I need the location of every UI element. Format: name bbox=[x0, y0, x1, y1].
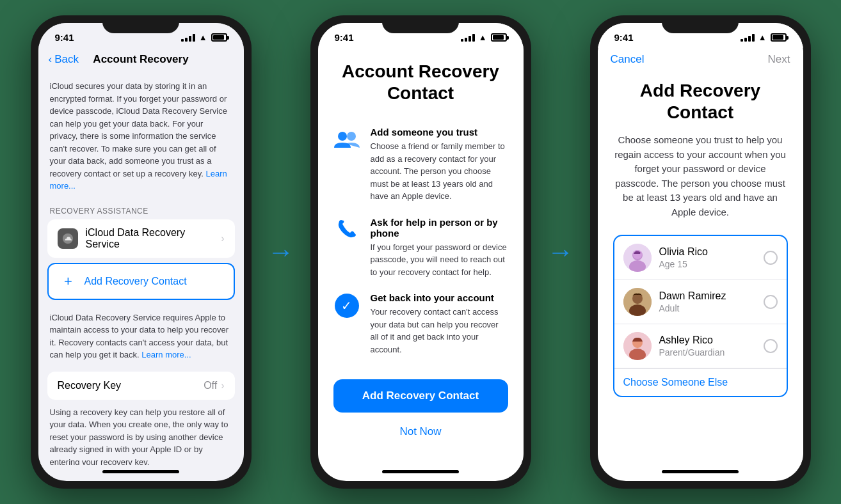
p3-description: Choose someone you trust to help you reg… bbox=[613, 133, 788, 219]
back-button-1[interactable]: ‹ Back bbox=[49, 53, 79, 66]
home-bar-3 bbox=[662, 470, 739, 473]
battery-icon-2 bbox=[491, 33, 507, 42]
contacts-list: Olivia Rico Age 15 bbox=[613, 235, 788, 397]
wifi-icon-1: ▲ bbox=[199, 33, 207, 42]
icloud-icon bbox=[58, 228, 78, 249]
contact-detail-ashley: Parent/Guardian bbox=[659, 347, 764, 358]
phones-container: 9:41 ▲ ‹ Back Account Recovery bbox=[0, 0, 841, 504]
contact-name-olivia: Olivia Rico bbox=[659, 246, 764, 258]
icloud-recovery-item[interactable]: iCloud Data Recovery Service › bbox=[47, 219, 235, 258]
contact-item-olivia[interactable]: Olivia Rico Age 15 bbox=[614, 236, 787, 280]
contact-info-ashley: Ashley Rico Parent/Guardian bbox=[659, 335, 764, 358]
p1-footnote: iCloud Data Recovery Service requires Ap… bbox=[38, 305, 244, 372]
feature-item-1: Add someone you trust Choose a friend or… bbox=[333, 127, 508, 203]
phone-3-inner: 9:41 ▲ Cancel Next Add Recovery Contact bbox=[598, 23, 803, 481]
phone3-content: Add Recovery Contact Choose someone you … bbox=[598, 74, 803, 465]
section-label-1: RECOVERY ASSISTANCE bbox=[38, 201, 244, 219]
phone3-nav: Cancel Next bbox=[598, 48, 803, 74]
feature-title-3: Get back into your account bbox=[371, 292, 508, 303]
cancel-button-3[interactable]: Cancel bbox=[611, 53, 645, 66]
check-circle: ✓ bbox=[335, 294, 359, 318]
contact-item-ashley[interactable]: Ashley Rico Parent/Guardian bbox=[614, 324, 787, 368]
signal-icon-1 bbox=[181, 34, 195, 42]
feature-desc-2: If you forget your password or device pa… bbox=[371, 241, 508, 279]
feature-desc-3: Your recovery contact can't access your … bbox=[371, 306, 508, 356]
feature-title-1: Add someone you trust bbox=[371, 127, 508, 138]
p1-footnote-text: iCloud Data Recovery Service requires Ap… bbox=[50, 313, 229, 360]
back-label-1[interactable]: Back bbox=[54, 53, 79, 66]
time-3: 9:41 bbox=[614, 32, 634, 43]
arrow-2: → bbox=[547, 237, 574, 267]
battery-icon-1 bbox=[211, 33, 227, 42]
radio-dawn[interactable] bbox=[764, 295, 778, 309]
people-icon bbox=[333, 127, 360, 154]
checkmark-icon: ✓ bbox=[333, 292, 360, 319]
next-button-3[interactable]: Next bbox=[768, 53, 790, 66]
p1-description-text: iCloud secures your data by storing it i… bbox=[50, 81, 227, 178]
phone1-content: iCloud secures your data by storing it i… bbox=[38, 74, 244, 465]
p3-title: Add Recovery Contact bbox=[613, 80, 788, 123]
recovery-key-label: Recovery Key bbox=[58, 380, 204, 391]
p2-title: Account Recovery Contact bbox=[333, 61, 508, 104]
feature-desc-1: Choose a friend or family member to add … bbox=[371, 140, 508, 203]
status-icons-1: ▲ bbox=[181, 33, 227, 42]
phone-1: 9:41 ▲ ‹ Back Account Recovery bbox=[31, 15, 252, 489]
status-icons-2: ▲ bbox=[461, 33, 507, 42]
recovery-key-group: Recovery Key Off › bbox=[47, 372, 235, 400]
contact-item-dawn[interactable]: Dawn Ramirez Adult bbox=[614, 280, 787, 324]
feature-text-1: Add someone you trust Choose a friend or… bbox=[371, 127, 508, 203]
not-now-button[interactable]: Not Now bbox=[333, 418, 508, 446]
radio-ashley[interactable] bbox=[764, 339, 778, 353]
contact-detail-olivia: Age 15 bbox=[659, 259, 764, 269]
notch-3 bbox=[662, 15, 739, 33]
battery-icon-3 bbox=[771, 33, 787, 42]
notch-2 bbox=[382, 15, 459, 33]
p2-buttons: Add Recovery Contact Not Now bbox=[333, 364, 508, 446]
choose-someone-else-button[interactable]: Choose Someone Else bbox=[614, 368, 787, 396]
time-2: 9:41 bbox=[335, 32, 354, 43]
phone-3: 9:41 ▲ Cancel Next Add Recovery Contact bbox=[590, 15, 811, 489]
feature-text-2: Ask for help in person or by phone If yo… bbox=[371, 217, 508, 279]
add-recovery-contact-primary-button[interactable]: Add Recovery Contact bbox=[333, 379, 508, 413]
plus-icon: + bbox=[59, 272, 78, 291]
avatar-olivia bbox=[623, 244, 652, 272]
phone-1-inner: 9:41 ▲ ‹ Back Account Recovery bbox=[38, 23, 244, 481]
nav-bar-1: ‹ Back Account Recovery bbox=[38, 48, 244, 74]
avatar-ashley bbox=[623, 332, 652, 360]
p1-footnote-link[interactable]: Learn more... bbox=[141, 350, 191, 359]
radio-olivia[interactable] bbox=[764, 251, 778, 265]
phone-icon bbox=[333, 217, 360, 244]
signal-icon-3 bbox=[741, 34, 755, 42]
arrow-1: → bbox=[268, 237, 294, 267]
chevron-left-icon-1: ‹ bbox=[49, 53, 52, 66]
icloud-list-group: iCloud Data Recovery Service › bbox=[47, 219, 235, 258]
signal-icon-2 bbox=[461, 34, 475, 42]
contact-name-ashley: Ashley Rico bbox=[659, 335, 764, 346]
add-recovery-contact-label: Add Recovery Contact bbox=[84, 276, 187, 287]
svg-point-1 bbox=[338, 132, 347, 141]
feature-item-2: Ask for help in person or by phone If yo… bbox=[333, 217, 508, 279]
choose-someone-label: Choose Someone Else bbox=[623, 377, 728, 388]
contact-name-dawn: Dawn Ramirez bbox=[659, 290, 764, 302]
contact-info-dawn: Dawn Ramirez Adult bbox=[659, 290, 764, 313]
phone-2: 9:41 ▲ Account Recovery Contact bbox=[310, 15, 531, 489]
recovery-key-chevron-icon: › bbox=[221, 380, 224, 391]
home-bar-2 bbox=[382, 470, 459, 473]
phone-2-inner: 9:41 ▲ Account Recovery Contact bbox=[318, 23, 524, 481]
phone2-content: Account Recovery Contact bbox=[318, 48, 524, 465]
recovery-key-item[interactable]: Recovery Key Off › bbox=[47, 372, 235, 400]
feature-text-3: Get back into your account Your recovery… bbox=[371, 292, 508, 356]
icloud-item-label: iCloud Data Recovery Service bbox=[86, 227, 221, 250]
wifi-icon-3: ▲ bbox=[758, 33, 767, 42]
feature-item-3: ✓ Get back into your account Your recove… bbox=[333, 292, 508, 356]
nav-title-1: Account Recovery bbox=[93, 53, 188, 66]
contact-detail-dawn: Adult bbox=[659, 303, 764, 313]
wifi-icon-2: ▲ bbox=[479, 33, 487, 42]
p2-features: Add someone you trust Choose a friend or… bbox=[333, 127, 508, 364]
feature-title-2: Ask for help in person or by phone bbox=[371, 217, 508, 239]
contact-info-olivia: Olivia Rico Age 15 bbox=[659, 246, 764, 269]
svg-point-2 bbox=[347, 132, 356, 141]
add-recovery-contact-button[interactable]: + Add Recovery Contact bbox=[47, 263, 235, 300]
p1-description: iCloud secures your data by storing it i… bbox=[38, 74, 244, 201]
notch-1 bbox=[102, 15, 179, 33]
